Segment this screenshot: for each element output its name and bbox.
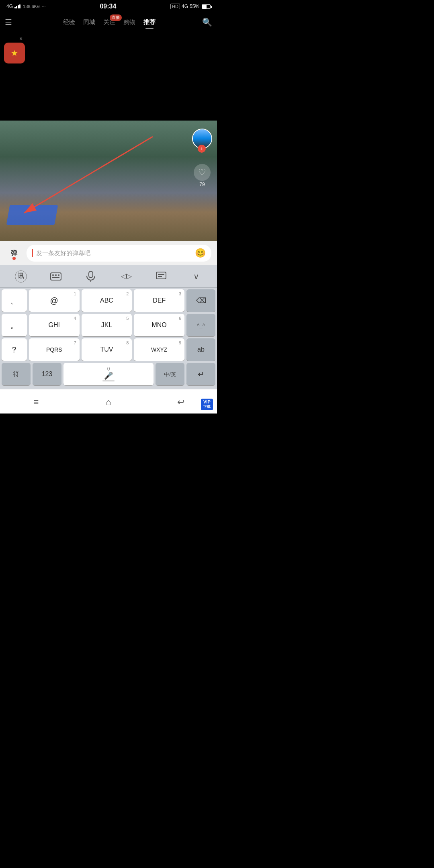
avatar-container: +	[192, 129, 212, 157]
key-enter[interactable]: ↵	[186, 363, 215, 385]
key-5-jkl[interactable]: 5 JKL	[82, 314, 132, 336]
key-7-label: PQRS	[46, 347, 62, 352]
emoji-button[interactable]: 😊	[195, 248, 206, 258]
network-type: 4G	[6, 4, 13, 9]
danmu-toggle-button[interactable]: 弹	[6, 245, 23, 262]
space-line	[102, 381, 115, 381]
key-4-ghi[interactable]: 4 GHI	[29, 314, 80, 336]
search-icon[interactable]: 🔍	[202, 17, 212, 27]
speed-indicator: 138.6K/s	[23, 4, 40, 9]
toolbar-keyboard-button[interactable]	[48, 268, 64, 285]
toolbar-voice-button[interactable]	[83, 268, 99, 285]
status-bar: 4G 138.6K/s ··· 09:34 HD 4G 55%	[0, 0, 217, 12]
tab-recommend[interactable]: 推荐	[141, 17, 158, 28]
danmu-label: 弹	[11, 249, 17, 258]
svg-rect-9	[156, 272, 166, 279]
toolbar-xunfei-button[interactable]: 讯	[13, 268, 29, 285]
key-5-number: 5	[126, 316, 129, 321]
tab-nearby[interactable]: 同城	[81, 17, 98, 28]
key-3-label: DEF	[153, 297, 166, 304]
mic-space-icon: 🎤	[104, 371, 113, 380]
menu-icon[interactable]: ☰	[5, 17, 12, 27]
svg-rect-7	[89, 271, 93, 278]
symbol-label: 符	[13, 371, 19, 377]
time-display: 09:34	[100, 3, 116, 10]
danmu-dot	[12, 257, 16, 260]
tab-shop[interactable]: 购物	[121, 17, 138, 28]
123-label: 123	[42, 371, 53, 377]
svg-rect-5	[58, 274, 59, 276]
question-label: ？	[10, 346, 18, 354]
bar2	[16, 6, 17, 8]
video-side-buttons: + ♡ 79	[192, 129, 212, 187]
battery-fill	[202, 5, 207, 8]
key-backspace[interactable]: ⌫	[186, 289, 215, 312]
toolbar-cursor-button[interactable]: ◁I▷	[118, 268, 134, 285]
key-6-mno[interactable]: 6 MNO	[134, 314, 184, 336]
like-count: 79	[199, 182, 205, 187]
key-lang-switch[interactable]: 中/英	[156, 363, 184, 385]
key-7-pqrs[interactable]: 7 PQRS	[29, 338, 80, 361]
like-button[interactable]: ♡ 79	[194, 164, 211, 187]
signal-bars	[14, 4, 20, 8]
nav-back-button[interactable]: ↩	[169, 394, 193, 410]
vip-download-badge[interactable]: VIP 下载	[201, 399, 213, 410]
key-question[interactable]: ？	[2, 338, 27, 361]
key-period[interactable]: 。	[2, 314, 27, 336]
toolbar-collapse-button[interactable]: ∨	[188, 268, 204, 285]
key-6-number: 6	[179, 316, 181, 321]
tarp-decoration	[6, 205, 58, 225]
quality-badge: HD	[170, 4, 180, 9]
keyboard-icon	[50, 272, 61, 280]
follow-button[interactable]: +	[198, 145, 206, 153]
bar3	[18, 5, 19, 8]
key-space[interactable]: 0 🎤	[63, 363, 154, 385]
key-9-wxyz[interactable]: 9 WXYZ	[134, 338, 184, 361]
key-3-number: 3	[179, 291, 181, 296]
key-4-label: GHI	[48, 322, 59, 328]
status-left: 4G 138.6K/s ···	[6, 4, 46, 9]
nav-menu-button[interactable]: ≡	[24, 394, 48, 410]
key-8-label: TUV	[100, 346, 113, 353]
period-label: 。	[10, 321, 18, 329]
comment-icon	[156, 272, 166, 281]
microphone-icon	[86, 271, 95, 282]
key-123[interactable]: 123	[33, 363, 61, 385]
text-cursor	[32, 249, 33, 257]
key-3-def[interactable]: 3 DEF	[134, 289, 184, 312]
svg-rect-3	[52, 274, 54, 276]
comment-bar: 弹 发一条友好的弹幕吧 😊	[0, 241, 217, 265]
cursor-move-icon: ◁I▷	[121, 272, 131, 280]
more-dots: ···	[42, 4, 45, 9]
key-1-abc[interactable]: 1 @	[29, 289, 80, 312]
status-right: HD 4G 55%	[170, 4, 211, 9]
key-8-tuv[interactable]: 8 TUV	[82, 338, 132, 361]
close-mini-video-button[interactable]: ×	[19, 35, 23, 42]
key-1-number: 1	[74, 291, 76, 296]
enter-icon: ↵	[198, 370, 205, 378]
red-envelope-button[interactable]	[4, 43, 25, 63]
key-symbol[interactable]: 符	[2, 363, 31, 385]
tab-follow[interactable]: 关注 直播	[101, 17, 118, 28]
nav-home-button[interactable]: ⌂	[96, 394, 121, 410]
svg-rect-6	[52, 277, 59, 278]
backspace-icon: ⌫	[196, 296, 206, 305]
key-2-abc[interactable]: 2 ABC	[82, 289, 132, 312]
svg-rect-4	[55, 274, 57, 276]
toolbar-comment-button[interactable]	[153, 268, 169, 285]
comment-input-area[interactable]: 发一条友好的弹幕吧 😊	[27, 245, 211, 262]
chevron-down-icon: ∨	[193, 272, 199, 281]
tab-experience[interactable]: 经验	[61, 17, 78, 28]
nav-tabs: 经验 同城 关注 直播 购物 推荐	[16, 17, 202, 28]
key-8-number: 8	[126, 340, 129, 345]
keyboard-row-2: 。 4 GHI 5 JKL 6 MNO ^_^	[2, 314, 215, 336]
key-9-label: WXYZ	[151, 347, 167, 352]
svg-rect-2	[51, 273, 61, 280]
key-2-label: ABC	[100, 297, 113, 304]
key-case-toggle[interactable]: ab	[186, 338, 215, 361]
key-comma[interactable]: 、	[2, 289, 27, 312]
key-shift[interactable]: ^_^	[186, 314, 215, 336]
video-background	[0, 121, 217, 241]
keyboard-row-3: ？ 7 PQRS 8 TUV 9 WXYZ ab	[2, 338, 215, 361]
zero-number: 0	[107, 366, 110, 372]
